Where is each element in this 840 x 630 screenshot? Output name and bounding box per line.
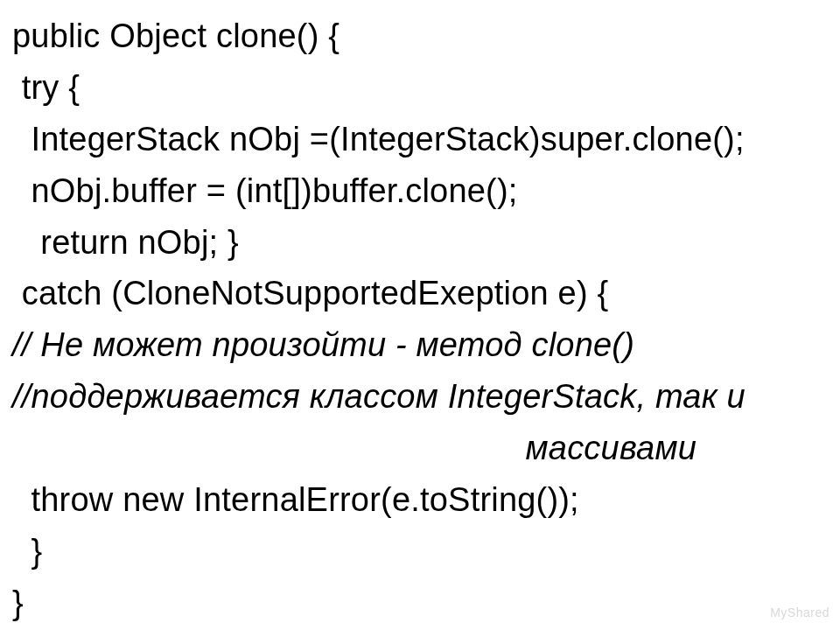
code-line-1: public Object clone() { [12, 10, 828, 62]
code-line-5: return nObj; } [12, 217, 828, 269]
code-line-6: catch (CloneNotSupportedExeption e) { [12, 268, 828, 319]
code-line-10: throw new InternalError(e.toString()); [12, 474, 828, 526]
code-line-2: try { [12, 62, 828, 114]
code-slide: public Object clone() { try { IntegerSta… [0, 0, 840, 630]
code-line-11: } [12, 526, 828, 578]
code-line-12: } [12, 578, 828, 629]
code-comment-1: // Не может произойти - метод clone() [12, 319, 828, 371]
watermark-label: MyShared [770, 604, 830, 623]
code-comment-2: //поддерживается классом IntegerStack, т… [12, 371, 828, 423]
code-line-3: IntegerStack nObj =(IntegerStack)super.c… [12, 114, 828, 165]
code-line-4: nObj.buffer = (int[])buffer.clone(); [12, 165, 828, 217]
code-comment-3: массивами [12, 423, 828, 474]
